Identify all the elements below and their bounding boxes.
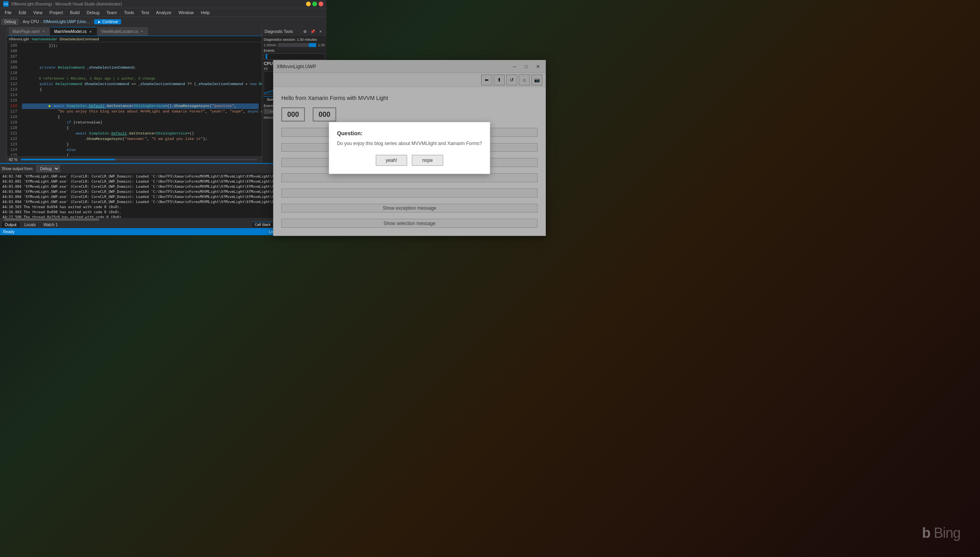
breadcrumb-namespace: XfMvvmLight <box>9 37 29 41</box>
hscroll-thumb[interactable] <box>4 218 99 221</box>
diag-settings-btn[interactable]: ⚙ <box>301 28 308 35</box>
menu-build[interactable]: Build <box>67 9 83 16</box>
code-line-119: if (returnvalue) <box>22 120 259 125</box>
output-line-9: 44:27.500 The thread 0x15c0 has exited w… <box>2 215 315 218</box>
vs-toolbar: Debug | Any CPU | XfMvvmLight.UWP (Unive… <box>0 16 326 27</box>
code-line-113: { <box>22 87 259 93</box>
toolbar-project: XfMvvmLight.UWP (Universal Win...) <box>43 20 90 24</box>
breadcrumb-method: ShowSelectionCommand <box>59 37 99 41</box>
output-line-3: 44:03.004 'XfMvvmLight.UWP.exe' (CoreCLR… <box>2 184 315 189</box>
menu-file[interactable]: File <box>2 9 15 16</box>
watch-tab-output[interactable]: Output <box>2 222 20 227</box>
menu-project[interactable]: Project <box>46 9 66 16</box>
diag-event-bar <box>266 54 267 59</box>
tab-vmlocator-close[interactable]: × <box>139 29 144 34</box>
vs-output-panel: Show output from: Debug 🗑 📋 🔍 📌 × 44:02.… <box>0 164 317 221</box>
code-line-118: { <box>22 114 259 120</box>
dialog-message: Do you enjoy this blog series about MVVM… <box>337 140 482 147</box>
code-line-108 <box>22 60 259 65</box>
vs-code-editor[interactable]: 105106107108109110111112113114115 116117… <box>7 42 262 156</box>
code-line-120: { <box>22 125 259 131</box>
code-line-117: "Do you enjoy this blog series about MVV… <box>22 109 259 114</box>
output-line-2: 44:03.001 'XfMvvmLight.UWP.exe' (CoreCLR… <box>2 179 315 184</box>
code-line-107 <box>22 54 259 60</box>
vs-output-toolbar: Show output from: Debug 🗑 📋 🔍 📌 × <box>0 164 317 173</box>
diag-timeline: 1:20min 1:30 <box>264 43 325 47</box>
dialog-btn-no[interactable]: nope <box>412 155 443 166</box>
menu-test[interactable]: Test <box>138 9 152 16</box>
menu-edit[interactable]: Edit <box>16 9 29 16</box>
code-line-112: public RelayCommand ShowSelectionCommand… <box>22 82 259 87</box>
uwp-app-window: XfMvvmLight.UWP ─ □ ✕ ⬅ ⬆ ↺ ⌂ 📷 Hello fr… <box>273 60 546 236</box>
breadcrumb-sep1: › <box>30 37 31 41</box>
menu-help[interactable]: Help <box>198 9 213 16</box>
vs-line-numbers: 105106107108109110111112113114115 116117… <box>7 42 19 156</box>
diag-panel-controls[interactable]: ⚙ 📌 × <box>301 28 324 35</box>
watch-tab-locals[interactable]: Locals <box>21 222 39 227</box>
dialog-box: Question: Do you enjoy this blog series … <box>329 122 490 174</box>
code-line-109: private RelayCommand _showSelectionComma… <box>22 65 259 71</box>
diag-timeline-bar[interactable] <box>278 43 316 47</box>
tab-mainviewmodel-cs[interactable]: MainViewModel.cs × <box>50 27 97 36</box>
vs-title-text: XfMvvmLight (Running) - Microsoft Visual… <box>11 2 122 6</box>
toolbar-debug-config[interactable]: Debug <box>2 19 18 25</box>
tab-vmlocator-label: ViewModelLocator.cs <box>101 29 138 34</box>
code-line-114 <box>22 93 259 98</box>
vs-editor-tabs: MainPage.xaml × MainViewModel.cs × ViewM… <box>7 27 262 36</box>
dialog-btn-yes[interactable]: yeah! <box>376 155 407 166</box>
zoom-slider-track[interactable] <box>21 159 257 160</box>
vs-left-gutter <box>0 27 7 163</box>
diag-events-label: Events <box>264 49 325 53</box>
menu-view[interactable]: View <box>30 9 46 16</box>
menu-team[interactable]: Team <box>103 9 120 16</box>
vs-code-content[interactable]: })); private RelayCommand _showSelection… <box>19 42 262 156</box>
dialog-overlay: Question: Do you enjoy this blog series … <box>274 60 545 236</box>
watch-tab-watch1[interactable]: Watch 1 <box>40 222 61 227</box>
diag-panel-header: Diagnostic Tools ⚙ 📌 × <box>262 27 326 36</box>
dialog-title: Question: <box>337 130 482 136</box>
statusbar-status: Ready <box>3 230 14 234</box>
vs-title-area: VS XfMvvmLight (Running) - Microsoft Vis… <box>3 1 122 7</box>
menu-analyze[interactable]: Analyze <box>153 9 174 16</box>
vs-output-log[interactable]: 44:02.748 'XfMvvmLight.UWP.exe' (CoreCLR… <box>0 173 317 218</box>
menu-tools[interactable]: Tools <box>121 9 137 16</box>
vs-app-icon: VS <box>3 1 9 7</box>
bottom-tab-callstack[interactable]: Call Stack <box>252 222 273 227</box>
vs-output-label: Show output from: <box>2 167 33 171</box>
vs-minimize-btn[interactable] <box>306 2 311 6</box>
output-line-1: 44:02.748 'XfMvvmLight.UWP.exe' (CoreCLR… <box>2 174 315 179</box>
tab-mainpage-close[interactable]: × <box>41 29 46 34</box>
diag-panel-title: Diagnostic Tools <box>264 29 293 34</box>
code-line-110 <box>22 71 259 76</box>
diag-pin-btn[interactable]: 📌 <box>309 28 316 35</box>
vs-titlebar: VS XfMvvmLight (Running) - Microsoft Vis… <box>0 0 326 8</box>
output-line-8: 44:16.903 The thread 0x690 has exited wi… <box>2 210 315 215</box>
breadcrumb-class: MainViewModel <box>32 37 56 41</box>
breadcrumb-sep2: › <box>57 37 58 41</box>
tab-viewmodellocator-cs[interactable]: ViewModelLocator.cs × <box>97 27 148 36</box>
statusbar-left: Ready <box>3 230 14 234</box>
toolbar-continue-btn[interactable]: ► Continue <box>94 19 121 24</box>
vs-window-controls[interactable] <box>306 2 323 6</box>
vs-breadcrumb: XfMvvmLight › MainViewModel › ShowSelect… <box>7 36 262 42</box>
vs-output-hscroll[interactable] <box>0 218 317 221</box>
vs-close-btn[interactable] <box>319 2 323 6</box>
tab-mainviewmodel-label: MainViewModel.cs <box>54 29 87 34</box>
tab-mainpage-xaml[interactable]: MainPage.xaml × <box>9 27 50 36</box>
tab-mainpage-label: MainPage.xaml <box>13 29 40 34</box>
code-line-123: } <box>22 142 259 147</box>
vs-maximize-btn[interactable] <box>312 2 317 6</box>
code-line-105: })); <box>22 43 259 49</box>
diag-close-btn[interactable]: × <box>317 28 324 35</box>
menu-debug[interactable]: Debug <box>83 9 102 16</box>
vs-output-source-dropdown[interactable]: Debug <box>36 165 60 172</box>
vs-zoom-bar: 40 % <box>7 156 262 163</box>
menu-window[interactable]: Window <box>175 9 197 16</box>
code-line-124: else <box>22 147 259 153</box>
code-line-121: await SimpleIoc.Default.GetInstance<IDia… <box>22 131 259 136</box>
code-line-106 <box>22 49 259 54</box>
tab-mainviewmodel-close[interactable]: × <box>88 29 93 34</box>
toolbar-platform: Any CPU <box>23 20 39 24</box>
bing-watermark: b Bing <box>922 525 960 541</box>
code-line-122: .ShowMessageAsync("Awesome!", "I am glad… <box>22 136 259 142</box>
